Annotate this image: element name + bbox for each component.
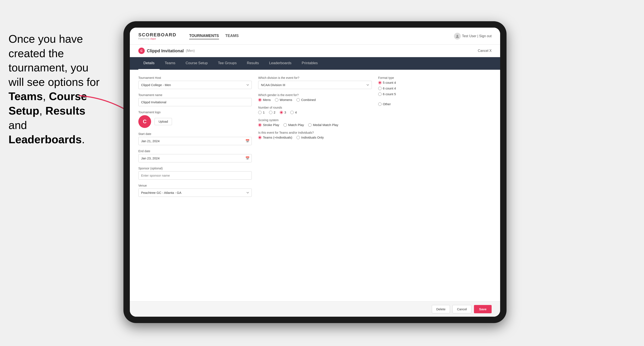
scoring-match-play[interactable]: Match Play — [284, 123, 304, 127]
gender-combined[interactable]: Combined — [296, 98, 316, 102]
scoreboard-text: SCOREBOARD — [138, 32, 176, 38]
rounds-2[interactable]: 2 — [269, 111, 276, 114]
cancel-top-button[interactable]: Cancel X — [478, 49, 492, 53]
host-select[interactable]: Clippd College - Men — [138, 81, 252, 89]
rounds-4-label: 4 — [295, 111, 297, 114]
tab-details[interactable]: Details — [138, 57, 160, 70]
scoring-medal-radio[interactable] — [308, 123, 312, 127]
delete-button[interactable]: Delete — [432, 305, 450, 313]
user-avatar — [454, 33, 461, 39]
venue-select[interactable]: Peachtree GC - Atlanta - GA — [138, 188, 252, 197]
tab-leaderboards[interactable]: Leaderboards — [264, 57, 297, 70]
format-6count4-label: 6 count 4 — [383, 86, 396, 90]
user-nav[interactable]: Test User | Sign out — [454, 33, 492, 39]
rounds-1-label: 1 — [263, 111, 264, 114]
format-other-label: Other — [383, 102, 391, 106]
gender-womens-radio[interactable] — [275, 98, 278, 102]
format-6count4-radio[interactable] — [378, 87, 382, 90]
form-group-venue: Venue Peachtree GC - Atlanta - GA — [138, 184, 252, 197]
rounds-3[interactable]: 3 — [280, 111, 286, 114]
format-5count4-label: 5 count 4 — [383, 81, 396, 84]
format-label: Format type — [378, 76, 492, 79]
sponsor-label: Sponsor (optional) — [138, 167, 252, 170]
tournament-title: C Clippd Invitational (Men) — [138, 48, 195, 54]
teams-plus-individuals-label: Teams (+Individuals) — [263, 136, 292, 139]
tab-results[interactable]: Results — [242, 57, 264, 70]
individuals-only[interactable]: Individuals Only — [296, 136, 324, 139]
format-6count4[interactable]: 6 count 4 — [378, 86, 492, 90]
tab-nav: Details Teams Course Setup Tee Groups Re… — [130, 57, 500, 70]
tab-teams[interactable]: Teams — [160, 57, 180, 70]
name-input[interactable] — [138, 98, 252, 106]
format-other-radio[interactable] — [378, 102, 382, 106]
tab-printables[interactable]: Printables — [297, 57, 323, 70]
format-6count5[interactable]: 6 count 5 — [378, 92, 492, 96]
format-5count4-radio[interactable] — [378, 81, 382, 84]
form-group-start-date: Start date 📅 — [138, 132, 252, 145]
form-group-end-date: End date 📅 — [138, 149, 252, 162]
scoring-medal-match-play[interactable]: Medal Match Play — [308, 123, 338, 127]
upload-button[interactable]: Upload — [154, 118, 172, 125]
rounds-label: Number of rounds — [258, 106, 372, 109]
cancel-button[interactable]: Cancel — [452, 305, 472, 313]
rounds-2-label: 2 — [274, 111, 276, 114]
format-5count4[interactable]: 5 count 4 — [378, 81, 492, 84]
app-header: SCOREBOARD Powered by clippd TOURNAMENTS… — [130, 28, 500, 45]
logo-area: SCOREBOARD Powered by clippd TOURNAMENTS… — [138, 32, 239, 40]
scoring-stroke-radio[interactable] — [258, 123, 262, 127]
form-group-gender: Which gender is the event for? Mens Wome… — [258, 93, 372, 102]
form-group-team-individuals: Is this event for Teams and/or Individua… — [258, 131, 372, 139]
gender-womens-label: Womens — [280, 98, 292, 102]
format-6count5-radio[interactable] — [378, 92, 382, 96]
rounds-4-radio[interactable] — [290, 111, 294, 114]
form-group-host: Tournament Host Clippd College - Men — [138, 76, 252, 89]
nav-teams[interactable]: TEAMS — [226, 33, 239, 39]
scoring-match-radio[interactable] — [284, 123, 287, 127]
nav-tournaments[interactable]: TOURNAMENTS — [189, 33, 219, 39]
start-date-input[interactable] — [138, 137, 252, 145]
logo-label: Tournament logo — [138, 111, 252, 114]
instruction-text: Once you have created the tournament, yo… — [0, 28, 111, 151]
sponsor-input[interactable] — [138, 171, 252, 179]
start-date-icon: 📅 — [246, 139, 250, 143]
division-select[interactable]: NCAA Division III — [258, 81, 372, 89]
tablet-device: SCOREBOARD Powered by clippd TOURNAMENTS… — [124, 21, 506, 323]
teams-plus-individuals-radio[interactable] — [258, 136, 262, 139]
app-logo: SCOREBOARD Powered by clippd — [138, 32, 176, 40]
rounds-1-radio[interactable] — [258, 111, 262, 114]
tab-course-setup[interactable]: Course Setup — [180, 57, 213, 70]
format-radio-group: 5 count 4 6 count 4 6 count 5 — [378, 81, 492, 96]
form-section-left: Tournament Host Clippd College - Men Tou… — [138, 76, 252, 197]
name-label: Tournament name — [138, 93, 252, 97]
form-group-format-other: Other — [378, 102, 492, 106]
individuals-only-radio[interactable] — [296, 136, 300, 139]
start-date-wrapper: 📅 — [138, 137, 252, 145]
gender-womens[interactable]: Womens — [275, 98, 292, 102]
tournament-name: Clippd Invitational — [147, 48, 184, 53]
format-6count5-label: 6 count 5 — [383, 92, 396, 96]
scoring-match-label: Match Play — [288, 123, 304, 127]
host-label: Tournament Host — [138, 76, 252, 79]
form-group-scoring: Scoring system Stroke Play Match Play — [258, 118, 372, 127]
rounds-4[interactable]: 4 — [290, 111, 297, 114]
user-name-link[interactable]: Test User | Sign out — [462, 34, 492, 38]
rounds-3-radio[interactable] — [280, 111, 283, 114]
gender-mens-radio[interactable] — [258, 98, 262, 102]
save-button[interactable]: Save — [474, 305, 492, 313]
end-date-input[interactable] — [138, 154, 252, 162]
scoring-radio-group: Stroke Play Match Play Medal Match Play — [258, 123, 372, 127]
tab-tee-groups[interactable]: Tee Groups — [213, 57, 242, 70]
rounds-2-radio[interactable] — [269, 111, 272, 114]
format-other[interactable]: Other — [378, 102, 492, 106]
rounds-1[interactable]: 1 — [258, 111, 264, 114]
form-group-name: Tournament name — [138, 93, 252, 106]
gender-mens-label: Mens — [263, 98, 271, 102]
tournament-gender: (Men) — [186, 49, 195, 53]
scoring-stroke-play[interactable]: Stroke Play — [258, 123, 279, 127]
gender-combined-radio[interactable] — [296, 98, 300, 102]
teams-plus-individuals[interactable]: Teams (+Individuals) — [258, 136, 292, 139]
main-nav: TOURNAMENTS TEAMS — [189, 33, 239, 39]
gender-mens[interactable]: Mens — [258, 98, 271, 102]
scoring-stroke-label: Stroke Play — [263, 123, 279, 127]
form-section-right: Format type 5 count 4 6 count 4 — [378, 76, 492, 197]
